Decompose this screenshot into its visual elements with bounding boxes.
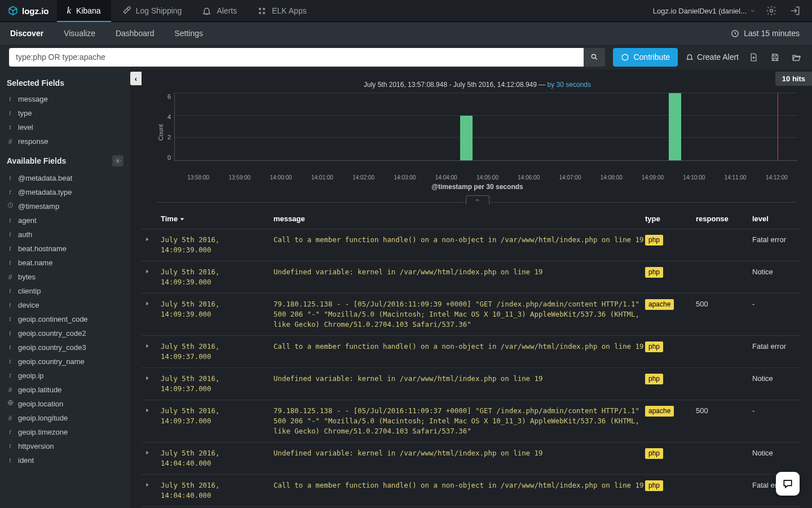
field-item[interactable]: t@metadata.beat [0,171,130,185]
field-item[interactable]: #geoip.latitude [0,383,130,397]
histogram-plot[interactable] [174,93,797,161]
nav-elk-apps-label: ELK Apps [272,6,307,15]
create-alert-button[interactable]: Create Alert [686,52,739,62]
field-item[interactable]: tgeoip.timezone [0,425,130,439]
field-item[interactable]: tauth [0,227,130,242]
expand-row-button[interactable] [145,406,161,436]
field-item[interactable]: #bytes [0,270,130,284]
field-item[interactable]: #geoip.longitude [0,411,130,425]
field-item[interactable]: tgeoip.continent_code [0,312,130,326]
time-range-picker[interactable]: Last 15 minutes [744,29,800,38]
field-item[interactable]: thttpversion [0,439,130,453]
cell-level: - [752,299,797,330]
col-message[interactable]: message [273,214,645,223]
field-name: clientip [18,287,41,295]
field-name: agent [18,216,37,225]
expand-row-button[interactable] [145,341,161,362]
expand-row-button[interactable] [145,267,161,287]
field-name: auth [18,230,32,239]
field-name: geoip.country_name [18,357,85,366]
hit-count-badge: 10 hits [775,72,812,86]
logout-button[interactable] [787,3,803,19]
expand-row-button[interactable] [145,374,161,394]
histogram-bar[interactable] [460,116,473,160]
col-response[interactable]: response [696,214,752,223]
field-item[interactable]: tagent [0,213,130,227]
table-header: Time message type response level [142,209,801,229]
field-item[interactable]: @timestamp [0,199,130,213]
field-name: beat.hostname [18,244,67,253]
nav-elk-apps[interactable]: ELK Apps [247,0,317,21]
col-level[interactable]: level [752,214,797,223]
brand-logo[interactable]: logz.io [0,0,57,21]
cell-message: Call to a member function handle() on a … [273,480,645,501]
field-item[interactable]: tgeoip.country_code2 [0,326,130,340]
cell-level: Notice [752,267,797,287]
svg-point-4 [770,10,773,12]
tab-visualize[interactable]: Visualize [54,22,105,45]
tab-discover[interactable]: Discover [0,22,54,45]
nav-kibana[interactable]: k Kibana [57,0,111,21]
help-fab-button[interactable] [776,472,800,496]
field-item[interactable]: tgeoip.ip [0,369,130,383]
open-button[interactable] [789,52,803,62]
x-axis-ticks: 13:58:0013:59:0014:00:0014:01:0014:02:00… [178,174,797,181]
field-item[interactable]: tgeoip.country_code3 [0,340,130,354]
field-name: bytes [18,273,36,281]
histogram-bar[interactable] [669,93,681,160]
field-item[interactable]: #response [0,134,130,148]
account-dropdown[interactable]: Logz.io DanielDev1 (daniel... [653,7,756,15]
table-row: July 5th 2016, 14:09:37.000Call to a mem… [142,335,801,367]
cell-type: apache [645,406,696,436]
contribute-button[interactable]: Contribute [613,48,678,67]
cell-time: July 5th 2016, 14:09:37.000 [161,341,273,362]
field-settings-button[interactable] [112,155,123,167]
field-name: httpversion [18,442,54,450]
tab-settings[interactable]: Settings [164,22,213,45]
expand-row-button[interactable] [145,448,161,468]
field-item[interactable]: tbeat.hostname [0,242,130,256]
search-input[interactable] [9,48,584,67]
y-axis-ticks: 6420 [167,93,171,161]
cell-message: Undefined variable: kernel in /var/www/h… [273,374,645,394]
field-item[interactable]: t@metadata.type [0,185,130,199]
cell-message: 79.180.125.138 - - [05/Jul/2016:11:09:37… [273,406,645,436]
cell-message: Undefined variable: kernel in /var/www/h… [273,267,645,287]
field-item[interactable]: geoip.location [0,397,130,411]
svg-point-3 [263,12,265,14]
cell-message: Call to a member function handle() on a … [273,341,645,362]
settings-gear-button[interactable] [764,3,779,19]
field-item[interactable]: tbeat.name [0,256,130,270]
field-name: geoip.timezone [18,428,68,436]
field-item[interactable]: tlevel [0,120,130,134]
new-button[interactable] [747,52,760,62]
field-item[interactable]: tident [0,453,130,467]
histogram-chart[interactable]: Count 6420 [157,93,797,172]
expand-row-button[interactable] [145,299,161,330]
field-item[interactable]: tgeoip.country_name [0,354,130,369]
search-icon [590,53,598,61]
wrench-icon [121,6,131,16]
nav-alerts[interactable]: Alerts [192,0,247,21]
time-marker [778,93,778,160]
field-name: beat.name [18,259,52,267]
save-button[interactable] [768,52,782,62]
field-item[interactable]: tdevice [0,298,130,312]
fields-sidebar: Selected Fields tmessagettypetlevel#resp… [0,69,130,508]
expand-row-button[interactable] [145,235,161,255]
expand-row-button[interactable] [145,480,161,501]
y-axis-label: Count [157,124,164,141]
nav-log-shipping[interactable]: Log Shipping [111,0,192,21]
file-plus-icon [749,52,758,62]
col-type[interactable]: type [645,214,696,223]
field-item[interactable]: tmessage [0,92,130,106]
collapse-histogram-button[interactable] [466,195,489,204]
collapse-sidebar-button[interactable]: ‹ [130,72,142,85]
field-item[interactable]: tclientip [0,284,130,298]
search-button[interactable] [584,48,605,67]
field-name: geoip.country_code3 [18,343,86,352]
tab-dashboard[interactable]: Dashboard [105,22,165,45]
field-item[interactable]: ttype [0,106,130,120]
field-name: @metadata.type [18,188,72,196]
col-time[interactable]: Time [161,214,273,223]
